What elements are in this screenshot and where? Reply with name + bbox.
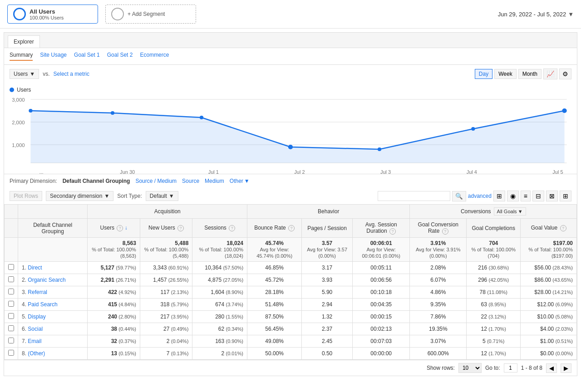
row-goal-conversion-4: 7.86%	[410, 311, 467, 323]
sessions-help-icon[interactable]: ?	[229, 225, 235, 231]
secondary-dimension-dropdown[interactable]: Secondary dimension ▼	[46, 191, 113, 201]
col-sessions[interactable]: Sessions ?	[192, 219, 247, 238]
dim-source[interactable]: Source	[182, 178, 199, 184]
table-row: 6. Social 38 (0.44%) 27 (0.49%) 62 (0.34…	[5, 323, 577, 335]
explorer-tab-button[interactable]: Explorer	[8, 35, 40, 48]
row-users-5: 38 (0.44%)	[88, 323, 140, 335]
detail-view-button[interactable]: ⊞	[560, 191, 571, 201]
pagination-info: 1 - 8 of 8	[521, 365, 542, 371]
month-button[interactable]: Month	[518, 69, 542, 79]
goals-dropdown[interactable]: All Goals ▼	[494, 207, 526, 216]
col-avg-session[interactable]: Avg. Session Duration ?	[352, 219, 410, 238]
goto-input[interactable]	[504, 363, 517, 372]
bounce-rate-help-icon[interactable]: ?	[288, 225, 295, 231]
col-users[interactable]: Users ? ↓	[88, 219, 140, 238]
show-rows-select[interactable]: 10 25 50 100	[458, 363, 482, 373]
row-link-0[interactable]: Direct	[28, 265, 42, 271]
row-goal-completions-6: 5 (0.71%)	[467, 335, 521, 348]
row-checkbox-3[interactable]	[5, 299, 18, 311]
tab-site-usage[interactable]: Site Usage	[40, 52, 67, 61]
row-users-2: 422 (4.92%)	[88, 286, 140, 299]
row-checkbox-2[interactable]	[5, 286, 18, 299]
row-checkbox-1[interactable]	[5, 274, 18, 286]
dim-source-medium[interactable]: Source / Medium	[135, 178, 177, 184]
row-new-users-0: 3,343 (60.91%)	[140, 262, 192, 274]
list-view-button[interactable]: ≡	[521, 191, 531, 201]
col-goal-conversion[interactable]: Goal Conversion Rate ?	[410, 219, 467, 238]
row-checkbox-0[interactable]	[5, 262, 18, 274]
select-metric-link[interactable]: Select a metric	[54, 71, 89, 77]
plot-rows-button[interactable]: Plot Rows	[10, 191, 42, 201]
row-sessions-1: 4,875 (27.05%)	[192, 274, 247, 286]
bar-chart-button[interactable]: ⚙	[559, 69, 571, 79]
col-new-users[interactable]: New Users ?	[140, 219, 192, 238]
row-avg-session-1: 00:06:56	[352, 274, 410, 286]
svg-point-13	[471, 127, 475, 131]
advanced-link[interactable]: advanced	[468, 193, 492, 199]
row-link-4[interactable]: Display	[28, 314, 45, 320]
col-goal-completions[interactable]: Goal Completions	[467, 219, 521, 238]
row-goal-conversion-1: 6.07%	[410, 274, 467, 286]
compare-view-1-button[interactable]: ⊟	[532, 191, 544, 201]
date-range[interactable]: Jun 29, 2022 - Jul 5, 2022 ▼	[498, 11, 574, 18]
tab-goal-set-1[interactable]: Goal Set 1	[74, 52, 100, 61]
row-link-5[interactable]: Social	[28, 326, 43, 332]
tab-ecommerce[interactable]: Ecommerce	[140, 52, 169, 61]
row-link-6[interactable]: Email	[28, 338, 41, 344]
row-sessions-4: 280 (1.55%)	[192, 311, 247, 323]
row-bounce-rate-2: 28.18%	[247, 286, 302, 299]
grid-view-button[interactable]: ⊞	[493, 191, 505, 201]
add-segment-button[interactable]: + Add Segment	[105, 5, 196, 24]
behavior-header: Behavior	[247, 205, 410, 219]
prev-page-button[interactable]: ◀	[546, 363, 557, 373]
segment-circle-icon	[13, 8, 26, 20]
goal-conversion-help-icon[interactable]: ?	[442, 228, 448, 235]
table-row: 3. Referral 422 (4.92%) 117 (2.13%) 1,60…	[5, 286, 577, 299]
col-bounce-rate[interactable]: Bounce Rate ?	[247, 219, 302, 238]
users-dot-icon	[10, 88, 14, 92]
row-goal-completions-5: 12 (1.70%)	[467, 323, 521, 335]
tab-summary[interactable]: Summary	[10, 52, 33, 61]
row-link-2[interactable]: Referral	[28, 289, 47, 295]
row-users-3: 415 (4.84%)	[88, 299, 140, 311]
dim-default-channel[interactable]: Default Channel Grouping	[63, 178, 130, 184]
sort-type-dropdown[interactable]: Default ▼	[146, 191, 178, 201]
header-channel	[18, 205, 88, 219]
table-search-input[interactable]	[378, 191, 450, 201]
segment-name: All Users	[30, 8, 64, 15]
row-users-0: 5,127 (59.77%)	[88, 262, 140, 274]
all-users-segment[interactable]: All Users 100.00% Users	[7, 5, 98, 24]
row-link-7[interactable]: (Other)	[28, 350, 45, 357]
row-bounce-rate-0: 46.85%	[247, 262, 302, 274]
users-help-icon[interactable]: ?	[117, 225, 123, 231]
row-goal-completions-4: 22 (3.12%)	[467, 311, 521, 323]
col-pages-session[interactable]: Pages / Session	[302, 219, 353, 238]
search-button[interactable]: 🔍	[452, 191, 466, 201]
explorer-tab-bar: Explorer	[4, 33, 577, 48]
table-row: 2. Organic Search 2,291 (26.71%) 1,457 (…	[5, 274, 577, 286]
next-page-button[interactable]: ▶	[561, 363, 571, 373]
goal-value-help-icon[interactable]: ?	[560, 225, 566, 231]
new-users-help-icon[interactable]: ?	[177, 225, 184, 231]
week-button[interactable]: Week	[494, 69, 516, 79]
pie-view-button[interactable]: ◉	[507, 191, 519, 201]
compare-view-2-button[interactable]: ⊠	[546, 191, 558, 201]
tab-goal-set-2[interactable]: Goal Set 2	[107, 52, 133, 61]
table-row: 4. Paid Search 415 (4.84%) 318 (5.79%) 6…	[5, 299, 577, 311]
row-checkbox-5[interactable]	[5, 323, 18, 335]
x-label-start: ...	[28, 169, 55, 175]
dim-medium[interactable]: Medium	[205, 178, 224, 184]
right-table-controls: 🔍 advanced ⊞ ◉ ≡ ⊟ ⊠ ⊞	[378, 191, 571, 201]
metric-dropdown[interactable]: Users ▼	[10, 69, 39, 79]
row-checkbox-6[interactable]	[5, 335, 18, 348]
row-checkbox-4[interactable]	[5, 311, 18, 323]
line-chart-button[interactable]: 📈	[543, 69, 557, 79]
col-goal-value[interactable]: Goal Value ?	[521, 219, 577, 238]
dim-other-dropdown[interactable]: Other ▼	[230, 178, 250, 184]
row-checkbox-7[interactable]	[5, 348, 18, 360]
avg-session-help-icon[interactable]: ?	[389, 228, 396, 235]
add-segment-circle-icon	[111, 8, 124, 20]
row-link-3[interactable]: Paid Search	[28, 301, 57, 308]
day-button[interactable]: Day	[475, 69, 492, 79]
row-link-1[interactable]: Organic Search	[28, 277, 65, 283]
